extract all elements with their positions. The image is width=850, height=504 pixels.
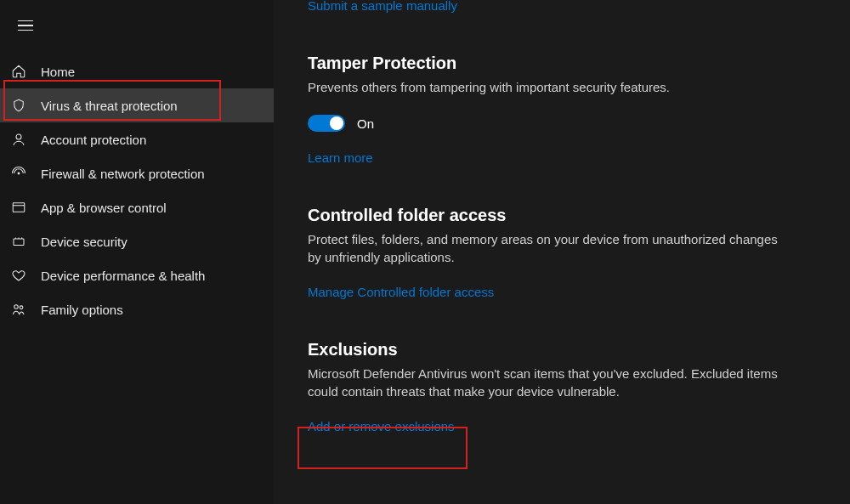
sidebar-item-label: Device performance & health [41,269,205,283]
sidebar-item-label: Firewall & network protection [41,167,205,181]
sidebar-item-firewall[interactable]: Firewall & network protection [0,156,274,190]
family-icon [10,301,27,318]
sidebar-item-account[interactable]: Account protection [0,122,274,156]
tamper-learn-more-link[interactable]: Learn more [308,150,373,165]
tamper-title: Tamper Protection [308,54,784,73]
tamper-desc: Prevents others from tampering with impo… [308,78,784,96]
section-tamper-protection: Tamper Protection Prevents others from t… [308,54,784,165]
network-icon [10,165,27,182]
sidebar: Home Virus & threat protection Account p… [0,0,274,504]
svg-point-1 [18,173,20,174]
submit-sample-link[interactable]: Submit a sample manually [308,0,850,13]
shield-icon [10,97,27,114]
svg-point-0 [16,134,21,139]
exclusions-action-link[interactable]: Add or remove exclusions [308,419,455,433]
sidebar-item-virus-threat[interactable]: Virus & threat protection [0,88,274,122]
cfa-manage-link[interactable]: Manage Controlled folder access [308,285,494,299]
sidebar-item-device-security[interactable]: Device security [0,224,274,258]
svg-rect-3 [14,239,24,246]
tamper-toggle[interactable] [308,115,345,132]
tamper-toggle-state: On [357,116,374,131]
heart-icon [10,267,27,284]
sidebar-item-label: App & browser control [41,201,167,215]
sidebar-item-app-browser[interactable]: App & browser control [0,190,274,224]
window-icon [10,199,27,216]
home-icon [10,63,27,80]
section-exclusions: Exclusions Microsoft Defender Antivirus … [308,340,784,433]
person-icon [10,131,27,148]
exclusions-title: Exclusions [308,340,784,360]
sidebar-item-label: Family options [41,303,123,317]
sidebar-item-home[interactable]: Home [0,54,274,88]
section-controlled-folder-access: Controlled folder access Protect files, … [308,206,784,299]
main-content: Submit a sample manually Tamper Protecti… [274,0,850,504]
sidebar-item-performance[interactable]: Device performance & health [0,258,274,292]
sidebar-item-label: Device security [41,235,128,249]
cfa-title: Controlled folder access [308,206,784,225]
svg-rect-2 [13,203,25,212]
nav-list: Home Virus & threat protection Account p… [0,54,274,326]
menu-icon[interactable] [7,7,44,44]
sidebar-item-label: Home [41,65,75,79]
sidebar-item-family[interactable]: Family options [0,292,274,326]
svg-point-4 [14,305,19,309]
chip-icon [10,233,27,250]
exclusions-desc: Microsoft Defender Antivirus won't scan … [308,365,784,400]
cfa-desc: Protect files, folders, and memory areas… [308,230,784,266]
svg-point-5 [20,306,23,309]
sidebar-item-label: Virus & threat protection [41,99,178,113]
sidebar-item-label: Account protection [41,133,146,147]
toggle-knob-icon [330,116,343,130]
